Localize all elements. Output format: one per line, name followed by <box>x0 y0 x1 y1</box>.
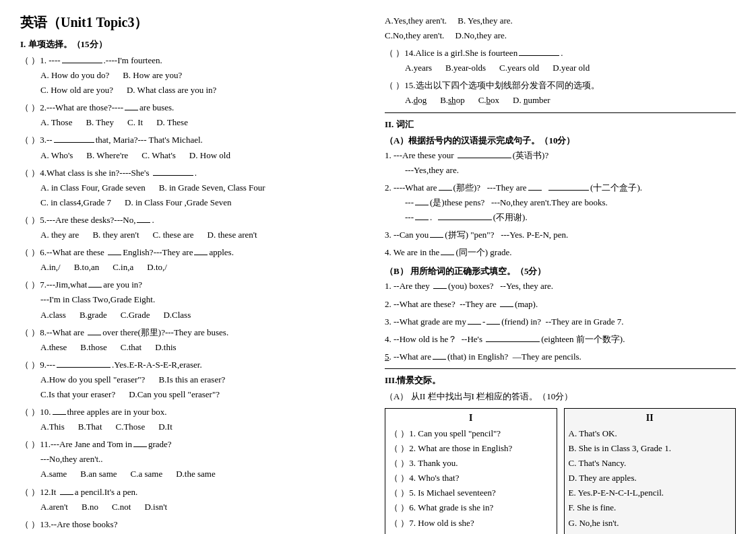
match-item-3: （ ）3. Thank you. <box>389 456 553 471</box>
match-item-8: （ ）8. What class is she in? <box>389 531 553 534</box>
section3-subtitle: （A） 从II 栏中找出与I 栏相应的答语。（10分） <box>385 389 736 404</box>
column-II: II A. That's OK. B. She is in Class 3, G… <box>564 408 736 534</box>
answer-A: A. That's OK. <box>569 426 732 441</box>
section-divider <box>385 112 736 113</box>
vocabB-q1: 1. --Are they (you) boxes? --Yes, they a… <box>385 279 736 294</box>
q1-options2: C. How old are you? D. What class are yo… <box>40 83 371 98</box>
q13-options: A.Yes,they aren't. B. Yes,they are. C.No… <box>385 13 736 43</box>
q1-num: （ ）1. <box>20 55 46 65</box>
vocabB-q4: 4. --How old is he？ --He's (eighteen 前一个… <box>385 332 736 347</box>
section3-title: III.情景交际。 <box>385 374 736 387</box>
vocabB-q2: 2. --What are these? --They are (map). <box>385 297 736 312</box>
question-11: （ ）11.---Are Jane and Tom ingrade? ---No… <box>20 437 371 481</box>
vocab-q4: 4. We are in the(同一个) grade. <box>385 245 736 260</box>
question-9: （ ）9.---.Yes.E-R-A-S-E-R,eraser. A.How d… <box>20 358 371 402</box>
answer-G: G. No,he isn't. <box>569 516 732 531</box>
answer-E: E. Yes.P-E-N-C-I-L,pencil. <box>569 486 732 500</box>
match-item-4: （ ）4. Who's that? <box>389 471 553 486</box>
column-I: I （ ）1. Can you spell "pencil"? （ ）2. Wh… <box>385 408 557 534</box>
page-container: 英语（Unit1 Topic3） I. 单项选择。（15分） （ ）1. ---… <box>20 13 736 534</box>
match-item-2: （ ）2. What are those in English? <box>389 441 553 456</box>
question-5: （ ）5.---Are these desks?---No,. A. they … <box>20 213 371 242</box>
page-title: 英语（Unit1 Topic3） <box>20 13 371 32</box>
col-I-header: I <box>389 413 553 424</box>
vocabB-q5: 5. --What are(that) in English? —They ar… <box>385 349 736 364</box>
question-15: （ ）15.选出以下四个选项中划线部分发音不同的选项。 A.dog B.shop… <box>385 78 736 108</box>
question-6: （ ）6.--What are these English?---They ar… <box>20 245 371 275</box>
right-column: A.Yes,they aren't. B. Yes,they are. C.No… <box>385 13 736 534</box>
question-4: （ ）4.What class is she in?----She's . A.… <box>20 166 371 210</box>
left-column: 英语（Unit1 Topic3） I. 单项选择。（15分） （ ）1. ---… <box>20 13 371 534</box>
vocab-q2: 2. ----What are(那些)? ---They are (十二个盒子)… <box>385 180 736 225</box>
answer-H: H. She is in Grade 7. <box>569 531 732 534</box>
question-1: （ ）1. ----.----I'm fourteen. A. How do y… <box>20 53 371 98</box>
section2-subtitle: （A）根据括号内的汉语提示完成句子。（10分） <box>385 133 736 148</box>
question-7: （ ）7.---Jim,whatare you in? ---I'm in Cl… <box>20 277 371 322</box>
match-item-1: （ ）1. Can you spell "pencil"? <box>389 426 553 441</box>
question-12: （ ）12.It a pencil.It's a pen. A.aren't B… <box>20 485 371 514</box>
section1-title: I. 单项选择。（15分） <box>20 38 371 51</box>
answer-C: C. That's Nancy. <box>569 456 732 471</box>
match-item-5: （ ）5. Is Michael seventeen? <box>389 486 553 500</box>
section3-divider <box>385 368 736 369</box>
answer-B: B. She is in Class 3, Grade 1. <box>569 441 732 456</box>
q1-options: A. How do you do? B. How are you? <box>40 68 371 83</box>
question-3: （ ）3.--that, Maria?--- That's Michael. A… <box>20 133 371 162</box>
answer-F: F. She is fine. <box>569 500 732 515</box>
vocab-q3: 3. --Can you(拼写) "pen"? ---Yes. P-E-N, p… <box>385 228 736 242</box>
match-item-6: （ ）6. What grade is she in? <box>389 500 553 515</box>
question-10: （ ）10.three apples are in your box. A.Th… <box>20 405 371 434</box>
col-II-header: II <box>569 413 732 424</box>
question-14: （ ）14.Alice is a girl.She is fourteen. A… <box>385 46 736 75</box>
question-13: （ ）13.--Are those books? ---They are bus… <box>20 517 371 534</box>
vocabB-q3: 3. --What grade are my-(friend) in? --Th… <box>385 314 736 329</box>
vocab-q1: 1. ---Are these your (英语书)? ---Yes,they … <box>385 148 736 178</box>
section2-title: II. 词汇 <box>385 119 736 131</box>
section2-subtitleB: （B） 用所给词的正确形式填空。（5分） <box>385 264 736 279</box>
question-8: （ ）8.--What are over there(那里)?---They a… <box>20 325 371 355</box>
matching-exercise: I （ ）1. Can you spell "pencil"? （ ）2. Wh… <box>385 408 736 534</box>
question-2: （ ）2.---What are those?----are buses. A.… <box>20 100 371 130</box>
match-item-7: （ ）7. How old is she? <box>389 516 553 531</box>
answer-D: D. They are apples. <box>569 471 732 486</box>
